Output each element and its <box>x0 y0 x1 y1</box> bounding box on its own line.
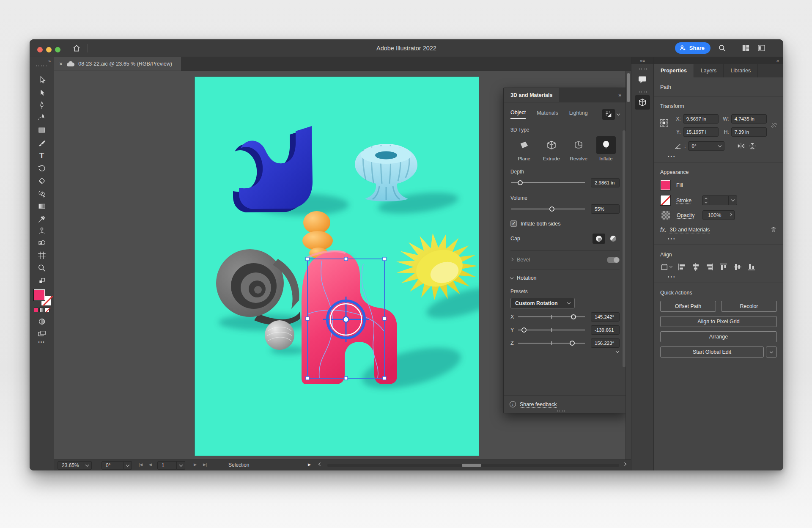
tab-layers[interactable]: Layers <box>694 64 724 77</box>
align-more-icon[interactable]: ••• <box>668 275 777 279</box>
tab-properties[interactable]: Properties <box>654 64 694 77</box>
document-tab[interactable]: × 08-23-22.aic @ 23.65 % (RGB/Preview) <box>54 57 181 71</box>
canvas[interactable]: 3D and Materials » Object Materials Ligh… <box>54 71 631 459</box>
artboard-tool[interactable] <box>37 251 46 260</box>
rotate-y-slider[interactable] <box>517 325 586 335</box>
h-field[interactable]: 7.39 in <box>731 127 767 137</box>
stroke-weight-value[interactable] <box>710 195 729 205</box>
panel-grip[interactable] <box>638 91 647 93</box>
fill-swatch[interactable] <box>33 289 45 301</box>
type-inflate[interactable]: Inflate <box>593 136 620 161</box>
pen-tool[interactable] <box>37 101 46 110</box>
rotate-y-value[interactable]: -139.661 <box>591 325 620 335</box>
type-revolve[interactable]: Revolve <box>565 136 593 161</box>
trash-icon[interactable] <box>770 226 777 233</box>
scroll-left-icon[interactable] <box>318 462 322 466</box>
next-page-icon[interactable]: ▶ <box>194 462 197 467</box>
vertical-scrollbar-thumb[interactable] <box>627 73 630 102</box>
artboard-chevron-icon[interactable] <box>177 461 185 470</box>
selection-tool[interactable] <box>37 76 46 85</box>
cap-hollow-button[interactable] <box>607 234 620 244</box>
tools-more-icon[interactable]: ••• <box>30 340 54 344</box>
panel-scrollbar[interactable] <box>623 130 625 367</box>
puppet-warp-tool[interactable] <box>37 226 46 235</box>
artboard[interactable] <box>195 77 479 456</box>
w-field[interactable]: 4.7435 in <box>731 114 767 124</box>
align-to-pixel-grid-button[interactable]: Align to Pixel Grid <box>660 316 777 327</box>
align-left-icon[interactable] <box>678 263 686 271</box>
flip-horizontal-icon[interactable] <box>736 142 746 150</box>
align-right-icon[interactable] <box>705 263 714 271</box>
zoom-level-value[interactable]: 23.65% <box>58 461 83 470</box>
opacity-chevron-icon[interactable] <box>729 213 732 216</box>
close-tab-icon[interactable]: × <box>59 60 63 67</box>
panel-resize-grip[interactable] <box>556 410 567 412</box>
3d-materials-panel-button[interactable] <box>635 95 650 110</box>
tab-materials[interactable]: Materials <box>537 110 558 118</box>
offset-path-button[interactable]: Offset Path <box>660 301 716 312</box>
opacity-label[interactable]: Opacity <box>677 212 694 218</box>
chrome-ball-object[interactable] <box>265 320 294 350</box>
rotation-angle-control[interactable]: 0° <box>102 461 132 470</box>
rotate-tool[interactable] <box>37 164 46 173</box>
stepper-down-icon[interactable] <box>705 200 708 203</box>
opacity-value[interactable]: 100% <box>702 210 726 220</box>
x-field[interactable]: 9.5697 in <box>683 114 719 124</box>
tab-libraries[interactable]: Libraries <box>724 64 758 77</box>
search-icon[interactable] <box>718 44 726 52</box>
previous-page-icon[interactable]: ◀ <box>149 462 152 467</box>
cap-solid-button[interactable] <box>593 234 605 244</box>
swap-fill-stroke-icon[interactable] <box>38 277 46 285</box>
rotate-x-slider[interactable] <box>517 312 586 322</box>
draw-mode-icon[interactable] <box>38 317 46 326</box>
none-swatch[interactable] <box>45 308 49 312</box>
arrange-button[interactable]: Arrange <box>660 331 777 342</box>
zoom-tool[interactable] <box>37 264 46 272</box>
artboard-number-value[interactable]: 1 <box>157 461 177 470</box>
appearance-more-icon[interactable]: ••• <box>668 236 777 241</box>
global-edit-chevron-button[interactable] <box>766 346 777 358</box>
unlink-icon[interactable] <box>771 121 777 129</box>
volume-value[interactable]: 55% <box>591 204 620 214</box>
align-bottom-icon[interactable] <box>747 263 756 271</box>
collapse-dock-icon[interactable]: «« <box>631 57 653 64</box>
rotation-collapse-icon[interactable] <box>510 275 513 279</box>
horizontal-scrollbar-thumb[interactable] <box>462 464 481 467</box>
type-plane[interactable]: Plane <box>510 136 538 161</box>
gradient-swatch[interactable] <box>39 308 44 312</box>
type-extrude[interactable]: Extrude <box>538 136 565 161</box>
zoom-chevron-icon[interactable] <box>83 461 92 470</box>
rotate-angle-control[interactable]: 0° <box>688 141 724 151</box>
fx-3d-materials-link[interactable]: 3D and Materials <box>670 227 710 233</box>
rotation-preset-dropdown[interactable]: Custom Rotation <box>510 298 575 308</box>
comments-panel-button[interactable] <box>635 72 650 87</box>
type-tool[interactable]: T <box>39 151 44 160</box>
rotate-z-slider[interactable] <box>517 338 586 348</box>
color-swatch[interactable] <box>34 308 38 312</box>
expand-dock-icon[interactable]: » <box>776 58 779 63</box>
gray-roll-object[interactable] <box>216 249 300 325</box>
tools-grip[interactable] <box>36 65 47 66</box>
angle-chevron-icon[interactable] <box>123 461 132 470</box>
panel-grip[interactable] <box>638 68 647 70</box>
view-angle-value[interactable]: 0° <box>102 461 123 470</box>
align-top-icon[interactable] <box>719 263 728 271</box>
share-feedback-row[interactable]: i Share feedback <box>504 395 626 413</box>
vertical-scrollbar[interactable] <box>625 71 631 459</box>
horizontal-scrollbar[interactable] <box>327 464 619 467</box>
share-feedback-link[interactable]: Share feedback <box>520 402 557 407</box>
cyan-vase-object[interactable] <box>355 144 417 201</box>
first-page-icon[interactable]: |◀ <box>139 462 143 467</box>
start-global-edit-button[interactable]: Start Global Edit <box>660 346 764 358</box>
y-field[interactable]: 15.1957 i <box>683 127 719 137</box>
transform-more-icon[interactable]: ••• <box>668 154 777 159</box>
align-horizontal-center-icon[interactable] <box>691 263 700 271</box>
3d-panel-title[interactable]: 3D and Materials <box>504 88 559 102</box>
stroke-color-swatch[interactable] <box>660 195 671 206</box>
direct-selection-tool[interactable] <box>37 88 46 97</box>
bevel-expand-icon[interactable] <box>510 257 513 261</box>
yellow-sun-object[interactable] <box>396 233 478 300</box>
rotate-z-value[interactable]: 156.223° <box>591 338 620 348</box>
fill-stroke-swatches[interactable] <box>33 289 51 306</box>
opacity-control[interactable]: 100% <box>702 210 735 220</box>
